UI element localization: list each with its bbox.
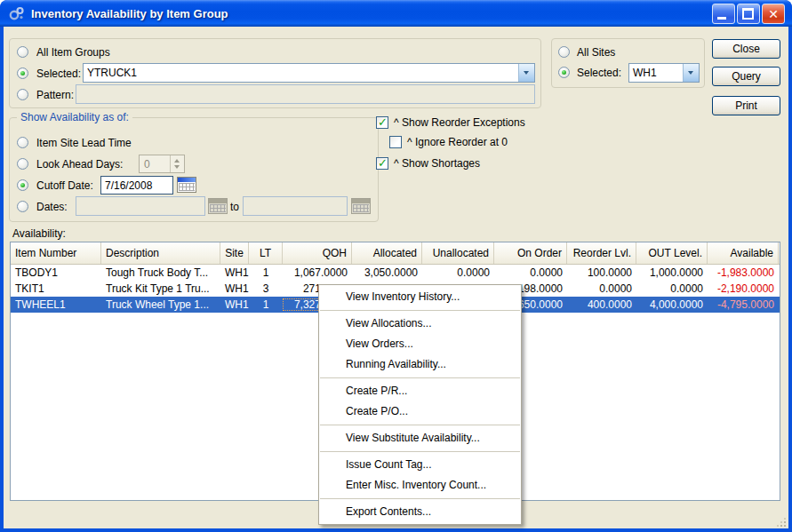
show-availability-title: Show Availability as of: xyxy=(17,111,132,123)
menu-separator xyxy=(320,498,520,499)
cell-out-level: 0.0000 xyxy=(636,282,708,295)
cell-out-level: 4,000.0000 xyxy=(636,298,708,311)
print-button[interactable]: Print xyxy=(712,96,780,115)
look-ahead-days-radio[interactable] xyxy=(17,158,28,170)
cell-lt: 1 xyxy=(249,266,283,279)
titlebar[interactable]: Inventory Availability by Item Group xyxy=(0,0,792,27)
selected-site-label: Selected: xyxy=(577,67,621,79)
col-item-number[interactable]: Item Number xyxy=(11,242,101,264)
all-sites-label: All Sites xyxy=(577,46,615,59)
look-ahead-days-spinner[interactable]: 0 xyxy=(139,155,185,173)
spinner-arrows-icon[interactable] xyxy=(170,155,184,172)
selected-item-group-label: Selected: xyxy=(36,67,81,80)
cutoff-date-input[interactable]: 7/16/2008 xyxy=(100,176,173,195)
date-from-input[interactable] xyxy=(76,196,205,216)
menu-item-view-substitute-availability[interactable]: View Substitute Availability... xyxy=(319,428,521,449)
selected-site-radio[interactable] xyxy=(558,67,570,78)
menu-item-running-availability[interactable]: Running Availability... xyxy=(319,354,521,375)
item-site-lead-time-radio[interactable] xyxy=(17,137,28,148)
ignore-reorder-at-0-label: ^ Ignore Reorder at 0 xyxy=(407,136,508,148)
col-lt[interactable]: LT xyxy=(249,242,283,264)
chevron-down-icon[interactable] xyxy=(518,64,534,82)
col-on-order[interactable]: On Order xyxy=(494,242,567,264)
cell-description: Truck Kit Type 1 Tru... xyxy=(101,282,220,295)
pattern-label: Pattern: xyxy=(36,89,74,101)
item-group-panel: All Item Groups Selected: YTRUCK1 Patter… xyxy=(9,38,541,108)
table-row[interactable]: TBODY1 Tough Truck Body T... WH1 1 1,067… xyxy=(11,265,780,281)
cell-reorder-lvl: 400.0000 xyxy=(567,298,636,311)
item-group-combo-value: YTRUCK1 xyxy=(84,64,518,82)
cutoff-date-radio[interactable] xyxy=(17,179,28,191)
show-shortages-label: ^ Show Shortages xyxy=(394,157,480,170)
menu-separator xyxy=(320,425,520,425)
look-ahead-days-value: 0 xyxy=(140,155,170,172)
cell-reorder-lvl: 100.0000 xyxy=(567,266,636,279)
calendar-disabled-icon[interactable] xyxy=(351,198,371,214)
item-site-lead-time-label: Item Site Lead Time xyxy=(36,137,132,149)
calendar-icon[interactable] xyxy=(177,177,196,193)
date-to-input[interactable] xyxy=(243,196,348,216)
resize-grip[interactable] xyxy=(776,517,787,528)
calendar-disabled-icon[interactable] xyxy=(208,198,228,214)
col-unallocated[interactable]: Unallocated xyxy=(422,242,494,264)
site-combo[interactable]: WH1 xyxy=(628,63,700,83)
col-description[interactable]: Description xyxy=(101,242,220,264)
menu-item-view-orders[interactable]: View Orders... xyxy=(319,334,521,354)
dates-radio[interactable] xyxy=(17,201,28,212)
cell-site: WH1 xyxy=(220,298,249,311)
menu-item-export-contents[interactable]: Export Contents... xyxy=(319,502,521,522)
item-group-combo[interactable]: YTRUCK1 xyxy=(83,63,535,83)
cell-allocated: 3,050.0000 xyxy=(352,266,422,279)
menu-item-create-pr[interactable]: Create P/R... xyxy=(319,381,521,401)
all-sites-radio[interactable] xyxy=(558,46,570,58)
sites-panel: All Sites Selected: WH1 xyxy=(551,38,705,88)
menu-item-issue-count-tag[interactable]: Issue Count Tag... xyxy=(319,455,521,475)
site-combo-value: WH1 xyxy=(629,64,683,82)
close-icon[interactable] xyxy=(762,4,785,24)
cell-unallocated: 0.0000 xyxy=(422,266,494,279)
pattern-radio[interactable] xyxy=(17,89,28,100)
all-item-groups-radio[interactable] xyxy=(17,46,28,58)
show-availability-panel: Show Availability as of: Item Site Lead … xyxy=(9,117,379,222)
col-site[interactable]: Site xyxy=(220,242,249,264)
cell-item-number: TBODY1 xyxy=(11,266,101,279)
cell-reorder-lvl: 0.0000 xyxy=(567,282,636,295)
col-allocated[interactable]: Allocated xyxy=(352,242,422,264)
client-area: All Item Groups Selected: YTRUCK1 Patter… xyxy=(4,27,788,528)
window-title: Inventory Availability by Item Group xyxy=(31,7,228,20)
app-window: Inventory Availability by Item Group All… xyxy=(0,0,792,532)
menu-item-enter-misc-inventory-count[interactable]: Enter Misc. Inventory Count... xyxy=(319,475,521,496)
col-reorder-lvl[interactable]: Reorder Lvl. xyxy=(567,242,636,264)
cutoff-date-label: Cutoff Date: xyxy=(36,179,93,192)
pattern-input[interactable] xyxy=(76,84,535,104)
close-button[interactable]: Close xyxy=(712,39,780,59)
maximize-icon[interactable] xyxy=(737,4,760,24)
cell-lt: 3 xyxy=(249,282,283,295)
cell-description: Truck Wheel Type 1... xyxy=(101,298,220,311)
app-gears-icon xyxy=(9,5,25,21)
cell-description: Tough Truck Body T... xyxy=(101,266,220,279)
show-reorder-exceptions-checkbox[interactable] xyxy=(376,116,388,129)
context-menu: View Inventory History... View Allocatio… xyxy=(318,284,522,525)
menu-item-create-po[interactable]: Create P/O... xyxy=(319,401,521,422)
col-qoh[interactable]: QOH xyxy=(283,242,352,264)
selected-item-group-radio[interactable] xyxy=(17,67,28,79)
show-reorder-exceptions-label: ^ Show Reorder Exceptions xyxy=(394,116,525,129)
cell-lt: 1 xyxy=(249,298,283,311)
query-button[interactable]: Query xyxy=(712,67,780,86)
cell-on-order: 0.0000 xyxy=(494,266,567,279)
ignore-reorder-at-0-checkbox[interactable] xyxy=(389,136,402,148)
cell-qoh: 1,067.0000 xyxy=(283,266,352,279)
minimize-icon[interactable] xyxy=(712,4,735,24)
look-ahead-days-label: Look Ahead Days: xyxy=(36,158,123,171)
dates-to-label: to xyxy=(230,201,239,213)
menu-item-view-inventory-history[interactable]: View Inventory History... xyxy=(319,287,521,307)
cell-out-level: 1,000.0000 xyxy=(636,266,708,279)
window-controls xyxy=(712,4,787,24)
cell-available: -4,795.0000 xyxy=(708,298,779,311)
menu-item-view-allocations[interactable]: View Allocations... xyxy=(319,314,521,334)
col-available[interactable]: Available xyxy=(708,242,779,264)
show-shortages-checkbox[interactable] xyxy=(376,157,388,170)
col-out-level[interactable]: OUT Level. xyxy=(636,242,708,264)
chevron-down-icon[interactable] xyxy=(683,64,699,82)
